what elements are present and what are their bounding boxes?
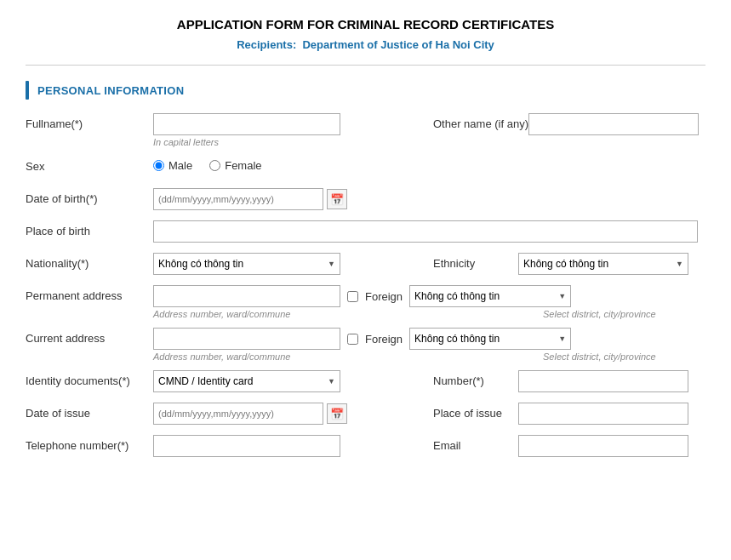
othername-group: Other name (if any)	[433, 113, 705, 135]
permanent-address-row: Permanent address Foreign Không có thông…	[26, 285, 705, 319]
email-group: Email	[433, 435, 705, 457]
nationality-field: Không có thông tin	[153, 253, 416, 275]
sex-female-label: Female	[225, 159, 261, 172]
identity-docs-row: Identity documents(*) CMND / Identity ca…	[26, 370, 705, 394]
sex-row: Sex Male Female	[26, 156, 705, 180]
page-title: APPLICATION FORM FOR CRIMINAL RECORD CER…	[26, 17, 705, 31]
ethnicity-field: Không có thông tin	[518, 253, 705, 275]
fullname-field: In capital letters	[153, 113, 416, 147]
section-bar	[26, 81, 29, 100]
permanent-foreign-select[interactable]: Không có thông tin	[409, 285, 571, 307]
place-of-birth-input[interactable]	[153, 220, 698, 243]
place-of-issue-input[interactable]	[518, 403, 688, 425]
place-of-birth-field	[153, 220, 705, 243]
number-input[interactable]	[518, 370, 688, 392]
place-of-issue-label: Place of issue	[433, 403, 518, 420]
identity-docs-select[interactable]: CMND / Identity card	[153, 370, 340, 392]
sex-male-radio[interactable]	[153, 160, 164, 171]
date-of-issue-input[interactable]	[153, 403, 323, 425]
ethnicity-select[interactable]: Không có thông tin	[518, 253, 688, 275]
telephone-label: Telephone number(*)	[26, 435, 153, 452]
ethnicity-label: Ethnicity	[433, 253, 518, 270]
fullname-row: Fullname(*) In capital letters Other nam…	[26, 113, 705, 147]
dob-input-wrapper: 📅	[153, 188, 705, 210]
current-address-hints: Address number, ward/commune Select dist…	[153, 350, 705, 362]
othername-label: Other name (if any)	[433, 113, 528, 130]
fullname-hint: In capital letters	[153, 137, 416, 147]
dob-calendar-icon[interactable]: 📅	[327, 189, 347, 209]
telephone-field	[153, 435, 416, 457]
nationality-label: Nationality(*)	[26, 253, 153, 270]
sex-field: Male Female	[153, 156, 705, 172]
date-of-issue-label: Date of issue	[26, 403, 153, 420]
email-field	[518, 435, 705, 457]
identity-docs-label: Identity documents(*)	[26, 370, 153, 387]
current-foreign-select-wrapper: Không có thông tin	[409, 328, 571, 350]
current-address-input[interactable]	[153, 328, 340, 350]
recipients-line: Recipients: Department of Justice of Ha …	[26, 38, 705, 51]
date-of-issue-field: 📅	[153, 403, 416, 425]
current-foreign-label: Foreign	[365, 333, 403, 346]
place-of-birth-label: Place of birth	[26, 220, 153, 237]
current-address-label: Current address	[26, 328, 153, 345]
dob-label: Date of birth(*)	[26, 188, 153, 205]
permanent-address-input[interactable]	[153, 285, 340, 307]
sex-female-option[interactable]: Female	[209, 159, 261, 172]
place-of-birth-row: Place of birth	[26, 220, 705, 244]
fullname-input[interactable]	[153, 113, 340, 135]
current-address-inputs: Foreign Không có thông tin	[153, 328, 705, 350]
telephone-row: Telephone number(*) Email	[26, 435, 705, 459]
sex-female-radio[interactable]	[209, 160, 220, 171]
sex-male-option[interactable]: Male	[153, 159, 192, 172]
current-foreign-select[interactable]: Không có thông tin	[409, 328, 571, 350]
divider	[26, 65, 705, 66]
permanent-address-hints: Address number, ward/commune Select dist…	[153, 307, 705, 319]
section-title-personal: PERSONAL INFORMATION	[37, 84, 184, 97]
fullname-label: Fullname(*)	[26, 113, 153, 130]
telephone-input[interactable]	[153, 435, 340, 457]
dob-field: 📅	[153, 188, 705, 210]
ethnicity-group: Ethnicity Không có thông tin	[433, 253, 705, 275]
nationality-select[interactable]: Không có thông tin	[153, 253, 340, 275]
permanent-address-label: Permanent address	[26, 285, 153, 302]
permanent-address-hint: Address number, ward/commune	[153, 309, 347, 319]
othername-input[interactable]	[528, 113, 699, 135]
sex-male-label: Male	[168, 159, 192, 172]
number-field	[518, 370, 705, 392]
identity-docs-field: CMND / Identity card	[153, 370, 416, 392]
permanent-foreign-select-wrapper: Không có thông tin	[409, 285, 571, 307]
current-address-hint: Address number, ward/commune	[153, 351, 347, 362]
dob-row: Date of birth(*) 📅	[26, 188, 705, 212]
current-address-row: Current address Foreign Không có thông t…	[26, 328, 705, 362]
current-foreign-hint: Select district, city/province	[543, 351, 656, 362]
recipients-value: Department of Justice of Ha Noi City	[302, 38, 494, 51]
date-of-issue-row: Date of issue 📅 Place of issue	[26, 403, 705, 426]
ethnicity-select-wrapper: Không có thông tin	[518, 253, 688, 275]
sex-label: Sex	[26, 156, 153, 173]
email-input[interactable]	[518, 435, 688, 457]
dob-input[interactable]	[153, 188, 323, 210]
identity-docs-select-wrapper: CMND / Identity card	[153, 370, 340, 392]
current-address-content: Foreign Không có thông tin Address numbe…	[153, 328, 705, 362]
number-group: Number(*)	[433, 370, 705, 392]
date-of-issue-calendar-icon[interactable]: 📅	[327, 403, 347, 424]
date-of-issue-input-wrapper: 📅	[153, 403, 416, 425]
nationality-row: Nationality(*) Không có thông tin Ethnic…	[26, 253, 705, 277]
number-label: Number(*)	[433, 370, 518, 387]
sex-radio-group: Male Female	[153, 156, 705, 172]
place-of-issue-field	[518, 403, 705, 425]
email-label: Email	[433, 435, 518, 452]
permanent-foreign-label: Foreign	[365, 290, 403, 303]
current-foreign-checkbox[interactable]	[347, 334, 358, 345]
permanent-foreign-hint: Select district, city/province	[543, 309, 656, 319]
recipients-label: Recipients:	[237, 38, 296, 51]
section-header-personal: PERSONAL INFORMATION	[26, 81, 705, 100]
permanent-address-content: Foreign Không có thông tin Address numbe…	[153, 285, 705, 319]
place-of-issue-group: Place of issue	[433, 403, 705, 425]
othername-field	[528, 113, 705, 135]
permanent-foreign-checkbox[interactable]	[347, 291, 358, 302]
permanent-address-inputs: Foreign Không có thông tin	[153, 285, 705, 307]
nationality-select-wrapper: Không có thông tin	[153, 253, 340, 275]
